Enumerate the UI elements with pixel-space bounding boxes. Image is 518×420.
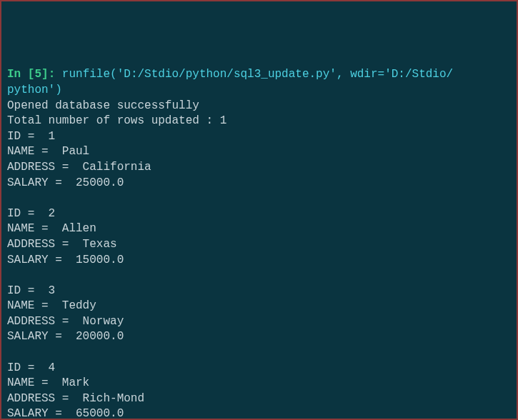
blank-line (7, 345, 511, 361)
record-salary: SALARY = 15000.0 (7, 253, 511, 269)
input-line: In [5]: runfile('D:/Stdio/python/sql3_up… (7, 67, 511, 83)
record-salary: SALARY = 65000.0 (7, 406, 511, 420)
record-salary: SALARY = 20000.0 (7, 329, 511, 345)
record-id: ID = 1 (7, 129, 511, 145)
record-address: ADDRESS = Rich-Mond (7, 391, 511, 407)
arg-wdir-value: 'D:/Stdio/ (384, 68, 453, 81)
record-id: ID = 3 (7, 284, 511, 299)
prompt-number: 5 (34, 68, 41, 81)
prompt-close-bracket: ]: (41, 68, 62, 81)
record-address: ADDRESS = Norway (7, 314, 511, 330)
record-name: NAME = Mark (7, 376, 511, 391)
record-id: ID = 4 (7, 361, 511, 376)
arg-filepath: 'D:/Stdio/python/sql3_update.py' (117, 68, 337, 81)
blank-line (7, 268, 511, 284)
arg-separator: , (337, 68, 350, 81)
record-salary: SALARY = 25000.0 (7, 176, 511, 191)
blank-line (7, 191, 511, 206)
record-name: NAME = Paul (7, 144, 511, 160)
close-paren: ) (55, 84, 62, 96)
record-name: NAME = Teddy (7, 299, 511, 314)
record-id: ID = 2 (7, 206, 511, 222)
runfile-call: runfile (62, 68, 110, 81)
record-address: ADDRESS = Texas (7, 237, 511, 253)
kwarg-wdir: wdir= (350, 68, 384, 81)
output-updated: Total number of rows updated : 1 (7, 114, 511, 129)
console-output: In [5]: runfile('D:/Stdio/python/sql3_up… (7, 67, 511, 420)
output-opened: Opened database successfully (7, 99, 511, 114)
prompt-in-label: In (7, 68, 28, 81)
open-paren: ( (110, 68, 117, 81)
record-name: NAME = Allen (7, 221, 511, 237)
input-line-cont: python') (7, 83, 511, 99)
prompt-open-bracket: [ (28, 68, 35, 81)
arg-wdir-value-cont: python' (7, 84, 55, 96)
record-address: ADDRESS = California (7, 160, 511, 176)
